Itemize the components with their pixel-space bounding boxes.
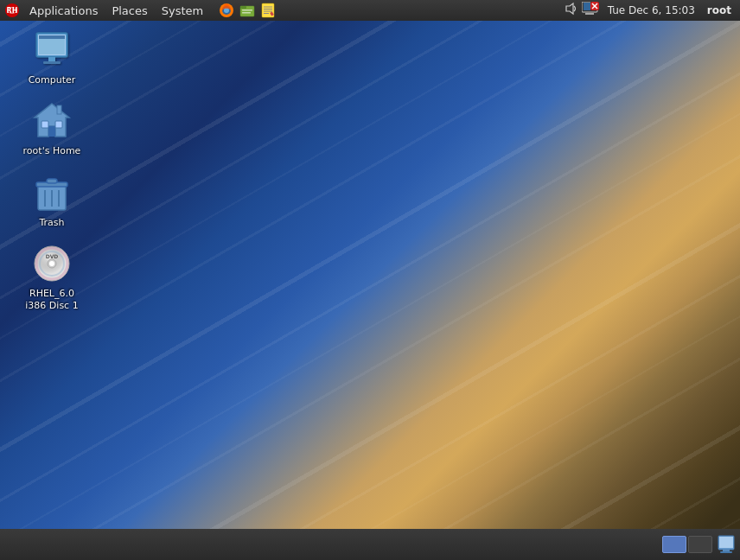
trash-icon-image bbox=[31, 172, 73, 213]
bottom-panel bbox=[0, 529, 740, 560]
dvd-icon-label: RHEL_6.0 i386 Disc 1 bbox=[21, 288, 83, 313]
computer-icon-image bbox=[31, 29, 73, 71]
panel-left: RH Applications Places System bbox=[0, 0, 278, 21]
workspace-2-button[interactable] bbox=[688, 536, 712, 553]
dvd-icon-image: DVD bbox=[31, 243, 73, 284]
panel-launchers bbox=[217, 1, 278, 20]
panel-right: Tue Dec 6, 15:03 root bbox=[565, 0, 740, 21]
computer-icon-label: Computer bbox=[29, 74, 76, 86]
trash-icon-label: Trash bbox=[39, 217, 64, 229]
applications-menu[interactable]: Applications bbox=[22, 0, 105, 21]
panel-clock[interactable]: Tue Dec 6, 15:03 bbox=[603, 4, 700, 16]
svg-rect-9 bbox=[242, 12, 251, 14]
computer-icon[interactable]: Computer bbox=[17, 26, 86, 90]
svg-rect-27 bbox=[39, 35, 65, 39]
system-menu[interactable]: System bbox=[155, 0, 210, 21]
network-icon[interactable] bbox=[582, 2, 599, 19]
show-desktop-button[interactable] bbox=[716, 534, 737, 555]
dvd-icon[interactable]: DVD RHEL_6.0 i386 Disc 1 bbox=[17, 239, 86, 316]
panel-username: root bbox=[704, 4, 735, 16]
systray bbox=[565, 2, 599, 19]
svg-rect-33 bbox=[41, 121, 48, 128]
svg-rect-29 bbox=[43, 61, 61, 64]
svg-rect-37 bbox=[47, 179, 57, 183]
trash-icon[interactable]: Trash bbox=[17, 169, 86, 232]
svg-point-46 bbox=[49, 261, 54, 266]
svg-rect-8 bbox=[242, 10, 252, 11]
desktop: RH Applications Places System bbox=[0, 0, 740, 560]
redhat-logo[interactable]: RH bbox=[2, 0, 22, 21]
files-launcher[interactable] bbox=[238, 1, 257, 20]
svg-rect-34 bbox=[55, 121, 62, 128]
svg-text:DVD: DVD bbox=[46, 253, 59, 259]
home-icon-image bbox=[31, 100, 73, 142]
home-icon-label: root's Home bbox=[23, 145, 81, 157]
workspace-1-button[interactable] bbox=[662, 536, 686, 553]
svg-rect-7 bbox=[240, 6, 246, 9]
top-panel: RH Applications Places System bbox=[0, 0, 740, 21]
svg-rect-51 bbox=[720, 551, 732, 553]
text-editor-launcher[interactable] bbox=[258, 1, 278, 20]
home-icon[interactable]: root's Home bbox=[17, 97, 86, 161]
places-menu[interactable]: Places bbox=[105, 0, 154, 21]
svg-rect-31 bbox=[48, 126, 55, 137]
volume-icon[interactable] bbox=[565, 2, 578, 19]
svg-rect-32 bbox=[57, 105, 61, 114]
desktop-streaks bbox=[0, 0, 740, 560]
svg-text:RH: RH bbox=[7, 7, 18, 15]
firefox-launcher[interactable] bbox=[217, 1, 236, 20]
desktop-icons: Computer root's Home bbox=[17, 26, 86, 315]
svg-marker-16 bbox=[566, 3, 573, 14]
svg-rect-49 bbox=[719, 537, 733, 548]
workspace-switcher bbox=[662, 536, 712, 553]
